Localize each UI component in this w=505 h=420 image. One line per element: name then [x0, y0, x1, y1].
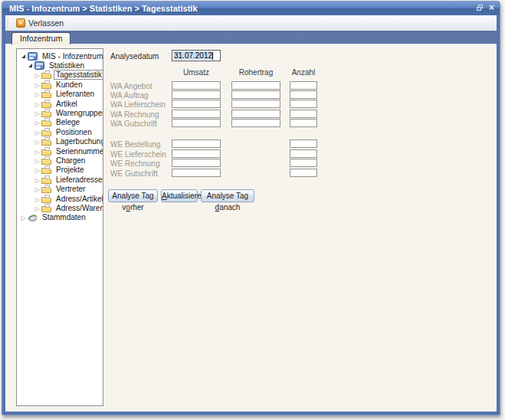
application-window: MIS - Infozentrum > Statistiken > Tagess…: [2, 1, 500, 415]
wa-row-label: WA Rechnung: [110, 110, 159, 119]
button-aktualisieren[interactable]: Aktualisieren: [161, 189, 198, 202]
folder-icon: [41, 128, 51, 136]
we-anzahl-field[interactable]: [290, 139, 317, 148]
we-umsatz-field[interactable]: [172, 159, 221, 167]
we-row-label: WE Gutschrift: [110, 169, 158, 178]
wa-umsatz-field[interactable]: [172, 100, 221, 108]
restore-icon[interactable]: [477, 5, 484, 11]
window-controls: ×: [477, 4, 494, 12]
wa-anzahl-field[interactable]: [290, 100, 317, 108]
tree-item-vertreter[interactable]: ▷Vertreter: [17, 184, 103, 193]
wa-anzahl-field[interactable]: [290, 110, 317, 118]
tree-expand-icon[interactable]: ▷: [34, 185, 41, 193]
tree-item-label: Adress/Warengruppen: [54, 203, 103, 213]
wa-rohertrag-field[interactable]: [231, 119, 280, 127]
we-anzahl-field[interactable]: [290, 159, 317, 167]
tree-item-stammdaten[interactable]: ▷Stammdaten: [17, 213, 103, 222]
we-anzahl-field[interactable]: [290, 169, 317, 177]
window-body: × Verlassen Infozentrum MIS - Infozentru…: [5, 15, 497, 412]
wa-umsatz-field[interactable]: [172, 90, 221, 99]
tree-expand-icon[interactable]: ▷: [34, 195, 41, 203]
toolbar: × Verlassen: [5, 15, 497, 31]
close-icon[interactable]: ×: [489, 4, 494, 12]
wa-rohertrag-field[interactable]: [231, 81, 280, 90]
tab-label: Infozentrum: [20, 34, 62, 43]
wa-row: WA Rechnung: [5, 110, 497, 119]
wa-rohertrag-field[interactable]: [231, 90, 280, 99]
we-umsatz-field[interactable]: [172, 139, 221, 148]
wa-anzahl-field[interactable]: [290, 90, 317, 99]
wa-row-label: WA Auftrag: [110, 91, 149, 100]
wa-umsatz-field[interactable]: [172, 119, 221, 127]
we-umsatz-field[interactable]: [172, 149, 221, 158]
we-anzahl-field[interactable]: [290, 149, 317, 158]
tree-expand-icon[interactable]: ▷: [20, 213, 27, 221]
we-row: WE Rechnung: [5, 159, 497, 168]
exit-icon: ×: [16, 18, 25, 28]
wa-row: WA Gutschrift: [5, 119, 497, 128]
wa-row-label: WA Gutschrift: [110, 120, 157, 128]
analysedatum-label: Analysedatum: [110, 52, 159, 61]
folder-icon: [41, 185, 51, 193]
exit-button-label: Verlassen: [28, 18, 64, 28]
column-header-anzahl: Anzahl: [290, 68, 317, 77]
analysedatum-input[interactable]: 31.07.2012: [172, 50, 221, 61]
folder-icon: [41, 204, 51, 212]
tree-expand-icon[interactable]: ▷: [34, 204, 41, 212]
window-title: MIS - Infozentrum > Statistiken > Tagess…: [9, 4, 198, 13]
wa-row-label: WA Lieferschein: [110, 100, 166, 109]
exit-button[interactable]: × Verlassen: [13, 18, 67, 28]
button-analyse-tag-danach[interactable]: Analyse Tag danach: [201, 189, 254, 202]
we-umsatz-field[interactable]: [172, 169, 221, 177]
main-content: MIS - InfozentrumStatistiken▷Tagesstatis…: [5, 44, 497, 412]
tree-item-label: Adress/Artikel: [54, 194, 103, 204]
tree-expand-icon[interactable]: ▷: [34, 128, 41, 136]
column-header-umsatz: Umsatz: [172, 68, 221, 77]
tree-item-label: Vertreter: [54, 184, 87, 194]
tab-strip: Infozentrum: [5, 31, 497, 44]
analysedatum-value: 31.07.2012: [174, 51, 212, 60]
title-bar[interactable]: MIS - Infozentrum > Statistiken > Tagess…: [2, 2, 500, 15]
column-headers: Umsatz Rohertrag Anzahl: [5, 68, 497, 77]
tree-item-adress-artikel[interactable]: ▷Adress/Artikel: [17, 194, 103, 203]
tree-item-label: Stammdaten: [40, 212, 88, 222]
database-icon: [28, 213, 38, 221]
wa-rohertrag-field[interactable]: [231, 100, 280, 108]
we-row: WE Bestellung: [5, 139, 497, 149]
button-analyse-tag-vorher[interactable]: Analyse Tag vorher: [108, 189, 158, 202]
wa-anzahl-field[interactable]: [290, 81, 317, 90]
we-row: WE Lieferschein: [5, 149, 497, 159]
tree-item-label: MIS - Infozentrum: [40, 51, 103, 61]
tree-item-label: Positionen: [54, 127, 94, 137]
wa-rohertrag-field[interactable]: [231, 110, 280, 118]
wa-anzahl-field[interactable]: [290, 119, 317, 127]
folder-icon: [41, 195, 51, 203]
toolbar-grip-icon: [8, 18, 9, 28]
tree-item-positionen[interactable]: ▷Positionen: [17, 127, 103, 136]
wa-row: WA Auftrag: [5, 90, 497, 100]
wa-umsatz-field[interactable]: [172, 110, 221, 118]
we-row-label: WE Bestellung: [110, 140, 161, 149]
wa-umsatz-field[interactable]: [172, 81, 221, 90]
wa-row: WA Lieferschein: [5, 100, 497, 109]
column-header-rohertrag: Rohertrag: [231, 68, 280, 77]
we-row-label: WE Rechnung: [110, 159, 159, 168]
we-row-label: WE Lieferschein: [110, 150, 166, 159]
wa-row-label: WA Angebot: [110, 82, 152, 90]
tab-infozentrum[interactable]: Infozentrum: [11, 32, 71, 45]
we-row: WE Gutschrift: [5, 169, 497, 178]
app-window-icon: [28, 52, 38, 61]
tree-collapse-icon[interactable]: [20, 52, 27, 61]
tree-item-mis-infozentrum[interactable]: MIS - Infozentrum: [17, 51, 103, 61]
tree-item-adress-warengruppen[interactable]: ▷Adress/Warengruppen: [17, 203, 103, 212]
wa-row: WA Angebot: [5, 81, 497, 90]
text-caret: [212, 52, 213, 60]
